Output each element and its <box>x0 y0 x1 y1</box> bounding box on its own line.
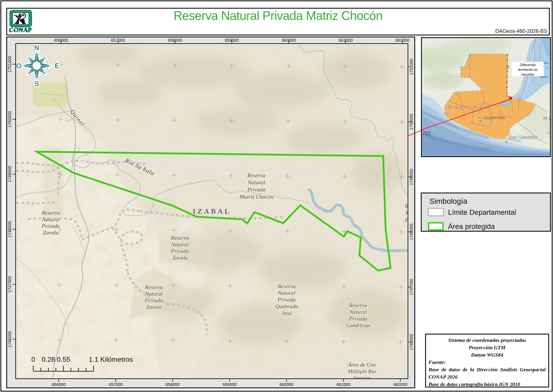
svg-text:1751000: 1751000 <box>7 56 12 72</box>
svg-text:1749000: 1749000 <box>7 166 12 182</box>
svg-text:657000: 657000 <box>109 382 123 387</box>
svg-text:658000: 658000 <box>166 382 180 387</box>
svg-text:657000: 657000 <box>111 38 125 42</box>
svg-text:1746000: 1746000 <box>409 334 414 350</box>
svg-text:662000: 662000 <box>393 382 407 387</box>
svg-text:661000: 661000 <box>336 382 350 387</box>
svg-text:1750000: 1750000 <box>409 114 414 130</box>
svg-text:661000: 661000 <box>339 38 353 42</box>
svg-text:1747000: 1747000 <box>409 279 414 295</box>
svg-text:1750000: 1750000 <box>7 111 12 127</box>
svg-text:1747000: 1747000 <box>7 276 12 293</box>
svg-text:1748000: 1748000 <box>409 224 414 240</box>
svg-text:658000: 658000 <box>168 38 182 42</box>
svg-text:1748000: 1748000 <box>7 221 12 238</box>
svg-text:1749000: 1749000 <box>409 169 414 185</box>
svg-text:660000: 660000 <box>279 382 293 387</box>
svg-text:656000: 656000 <box>52 382 66 387</box>
svg-text:662000: 662000 <box>395 38 409 42</box>
svg-text:659000: 659000 <box>225 38 239 42</box>
svg-text:1746000: 1746000 <box>7 331 12 348</box>
svg-text:1751000: 1751000 <box>409 59 414 75</box>
svg-text:659000: 659000 <box>222 382 236 387</box>
svg-text:660000: 660000 <box>282 38 296 42</box>
svg-text:656000: 656000 <box>54 38 68 42</box>
